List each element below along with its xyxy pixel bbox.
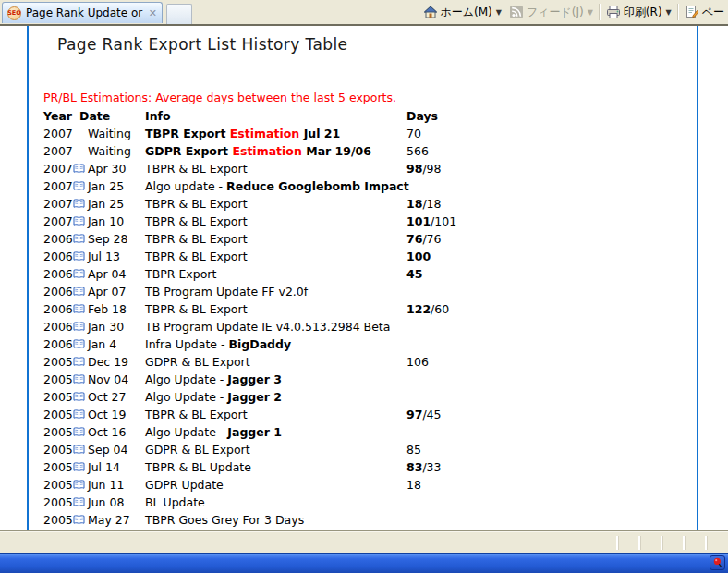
open-book-icon[interactable]: [73, 304, 85, 314]
text-segment: /76: [422, 232, 441, 246]
open-book-icon[interactable]: [73, 269, 85, 279]
icon-cell: [73, 497, 88, 507]
open-book-icon[interactable]: [73, 339, 85, 349]
date-cell: Dec 19: [88, 353, 145, 371]
header-days: Days: [406, 107, 487, 125]
text-segment: Algo Update -: [145, 390, 227, 404]
table-row: 2007WaitingTBPR Export Estimation Jul 21…: [43, 125, 487, 142]
text-segment: TBPR & BL Export: [145, 197, 248, 211]
icon-cell: [73, 251, 88, 262]
home-button[interactable]: ホーム(M) ▼: [419, 2, 505, 22]
table-row: 2005 Oct 19TBPR & BL Export97/45: [43, 406, 487, 423]
text-segment: 76: [406, 232, 422, 246]
open-book-icon[interactable]: [73, 216, 85, 226]
year-cell: 2006: [43, 318, 73, 335]
table-row: 2006 Sep 28TBPR & BL Export76/76: [43, 230, 487, 248]
statusbar-separator: [616, 536, 619, 550]
table-row: 2005 Jun 08BL Update: [43, 494, 487, 511]
date-cell: Sep 28: [88, 230, 145, 248]
text-segment: Mar 19/06: [302, 144, 371, 158]
table-row: 2006 Apr 07TB Program Update FF v2.0f: [43, 283, 487, 300]
year-cell: 2007: [43, 125, 73, 142]
feed-button[interactable]: フィード(J) ▼: [505, 2, 597, 22]
text-segment: 18: [406, 478, 421, 492]
open-book-icon[interactable]: [73, 357, 85, 367]
icon-cell: [73, 286, 88, 297]
open-book-icon[interactable]: [73, 392, 85, 402]
tray-button[interactable]: [710, 555, 725, 570]
open-book-icon[interactable]: [73, 480, 85, 490]
table-header: Year Date Info Days: [43, 107, 487, 125]
open-book-icon[interactable]: [73, 251, 85, 262]
print-button[interactable]: 印刷(R) ▼: [602, 2, 675, 22]
year-cell: 2007: [43, 213, 73, 230]
days-cell: 18/18: [406, 195, 487, 213]
new-tab-stub[interactable]: [166, 4, 192, 24]
open-book-icon[interactable]: [73, 462, 85, 472]
table-row: 2006 Jan 4Infra Update - BigDaddy: [43, 335, 487, 353]
text-segment: 98: [406, 162, 422, 176]
table-row: 2007 Jan 25TBPR & BL Export18/18: [43, 195, 487, 213]
chevron-down-icon[interactable]: ▼: [588, 8, 593, 17]
text-segment: TBPR & BL Update: [145, 460, 251, 474]
header-date: Date: [73, 107, 145, 125]
year-cell: 2007: [43, 177, 73, 195]
date-cell: Jun 08: [88, 494, 145, 511]
date-cell: Waiting: [88, 142, 145, 160]
icon-cell: [73, 199, 88, 209]
year-cell: 2005: [43, 371, 73, 388]
info-cell: Infra Update - BigDaddy: [145, 335, 406, 353]
open-book-icon[interactable]: [73, 199, 85, 209]
text-segment: TBPR & BL Export: [145, 162, 248, 176]
open-book-icon[interactable]: [73, 515, 85, 525]
close-icon[interactable]: ✕: [149, 7, 157, 19]
open-book-icon[interactable]: [73, 234, 85, 244]
chevron-down-icon[interactable]: ▼: [666, 8, 672, 17]
info-cell: Algo update - Reduce Googlebomb Impact: [145, 177, 406, 195]
text-segment: /33: [422, 460, 441, 474]
icon-cell: [73, 409, 88, 420]
text-segment: 83: [406, 460, 422, 474]
icon-cell: [73, 339, 88, 349]
open-book-icon[interactable]: [73, 497, 85, 507]
open-book-icon[interactable]: [73, 374, 85, 384]
open-book-icon[interactable]: [73, 181, 85, 191]
statusbar-separator: [683, 536, 686, 550]
page-button[interactable]: ペー: [681, 2, 728, 22]
home-icon: [423, 5, 438, 19]
info-cell: TBPR & BL Update: [145, 458, 406, 476]
icon-cell: [73, 392, 88, 402]
year-cell: 2005: [43, 388, 73, 406]
open-book-icon[interactable]: [73, 409, 85, 420]
date-cell: Oct 27: [88, 388, 145, 406]
home-label: ホーム(M): [441, 5, 492, 20]
icon-cell: [73, 234, 88, 244]
info-cell: TBPR & BL Export: [145, 195, 406, 213]
text-segment: 45: [406, 267, 422, 281]
page-title: Page Rank Export List History Table: [57, 35, 347, 54]
date-cell: Jun 11: [88, 476, 145, 494]
text-segment: 85: [406, 443, 421, 457]
text-segment: Infra Update -: [145, 337, 229, 351]
text-segment: 122: [406, 302, 431, 316]
table-row: 2005 Oct 27Algo Update - Jagger 2: [43, 388, 487, 406]
text-segment: BigDaddy: [229, 337, 292, 351]
text-segment: BL Update: [145, 495, 205, 509]
icon-cell: [73, 462, 88, 472]
year-cell: 2007: [43, 160, 73, 177]
text-segment: Estimation: [230, 127, 299, 140]
open-book-icon[interactable]: [73, 445, 85, 455]
date-cell: Apr 04: [88, 265, 145, 283]
date-cell: Oct 16: [88, 423, 145, 441]
open-book-icon[interactable]: [73, 322, 85, 332]
chevron-down-icon[interactable]: ▼: [496, 8, 502, 17]
open-book-icon[interactable]: [73, 286, 85, 297]
text-segment: TBPR & BL Export: [145, 214, 248, 228]
days-cell: 83/33: [406, 458, 487, 476]
info-cell: TB Program Update IE v4.0.513.2984 Beta: [145, 318, 406, 335]
browser-tab[interactable]: SEO Page Rank Update or Ex... ✕: [2, 2, 163, 23]
toolbar-separator: [599, 4, 601, 20]
open-book-icon[interactable]: [73, 164, 85, 174]
year-cell: 2007: [43, 142, 73, 160]
open-book-icon[interactable]: [73, 427, 85, 437]
